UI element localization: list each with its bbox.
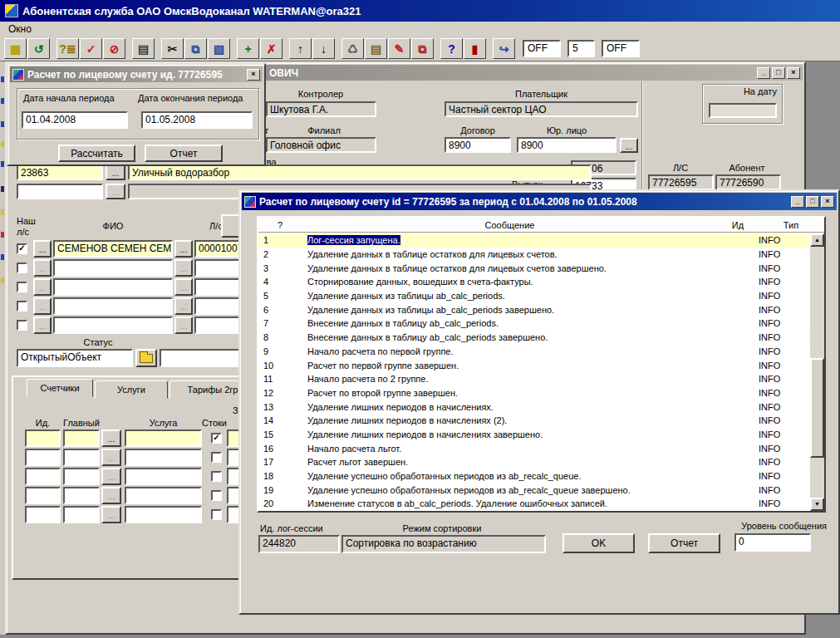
stoki-checkbox[interactable] xyxy=(211,471,222,482)
edit-button[interactable]: ✎ xyxy=(388,38,410,59)
object-id-field[interactable]: 23863 xyxy=(17,164,103,180)
counter-lookup-button[interactable]: ... xyxy=(101,506,121,523)
scroll-thumb[interactable] xyxy=(810,358,824,458)
log-row[interactable]: 15 Удаление лишних периодов в начисления… xyxy=(258,428,810,442)
counter-id-field[interactable] xyxy=(25,506,61,523)
person-lookup-button[interactable]: ... xyxy=(33,317,52,334)
counter-main-field[interactable] xyxy=(63,506,100,523)
stoki-checkbox[interactable] xyxy=(211,452,222,463)
log-row[interactable]: 18 Удаление успешно обработанных периодо… xyxy=(258,469,810,483)
documents-button[interactable]: ⧉ xyxy=(411,38,434,59)
minimize-icon[interactable]: _ xyxy=(791,196,804,208)
counter-service-field[interactable] xyxy=(125,429,202,447)
controller-field[interactable]: Шкутова Г.А. xyxy=(266,101,376,117)
calc-dialog-titlebar[interactable]: Расчет по лицевому счету ид. 77726595 × xyxy=(10,66,263,82)
log-scrollbar[interactable]: ▲ ▼ xyxy=(810,233,824,511)
payer-field[interactable]: Частный сектор ЦАО xyxy=(445,101,638,117)
counter-lookup-button[interactable]: ... xyxy=(101,468,121,485)
counter-service-field[interactable] xyxy=(125,506,202,523)
previous-record-button[interactable]: ↑ xyxy=(289,38,312,59)
our-ls-checkbox[interactable] xyxy=(17,282,27,292)
on-date-field[interactable] xyxy=(709,103,777,118)
exit-button[interactable]: ▮ xyxy=(464,38,486,59)
delete-record-button[interactable]: ✗ xyxy=(260,38,282,59)
log-row[interactable]: 17 Расчет льгот завершен. INFO xyxy=(258,455,810,469)
log-row[interactable]: 20 Изменение статусов в ab_calc_periods.… xyxy=(258,497,810,511)
jur-lookup-button[interactable]: ... xyxy=(620,138,638,153)
enter-query-button[interactable]: ✓ xyxy=(80,38,102,59)
close-icon[interactable]: × xyxy=(787,67,800,79)
log-row[interactable]: 10 Расчет по первой группе завершен. INF… xyxy=(258,358,810,372)
toolbar-field-1[interactable]: OFF xyxy=(523,40,561,57)
fio-field[interactable] xyxy=(53,317,173,334)
log-row[interactable]: 6 Удаление данных из таблицы ab_calc_per… xyxy=(258,302,810,317)
person-lookup-button[interactable]: ... xyxy=(33,240,52,258)
counter-main-field[interactable] xyxy=(63,429,100,447)
log-row[interactable]: 12 Расчет по второй группе завершен. INF… xyxy=(258,386,810,400)
log-row[interactable]: 4 Сторнирование данных, вошедших в счета… xyxy=(258,275,810,289)
log-row[interactable]: 7 Внесение данных в таблицу ab_calc_peri… xyxy=(258,317,810,331)
scroll-down-icon[interactable]: ▼ xyxy=(810,498,824,511)
counter-lookup-button[interactable]: ... xyxy=(101,487,121,504)
counter-lookup-button[interactable]: ... xyxy=(101,429,121,447)
our-ls-checkbox[interactable]: ✓ xyxy=(17,243,27,254)
object-id2-field[interactable] xyxy=(17,184,103,199)
cut-button[interactable]: ✂ xyxy=(161,38,184,59)
scroll-up-icon[interactable]: ▲ xyxy=(810,233,824,247)
log-report-button[interactable]: Отчет xyxy=(648,533,720,553)
period-end-field[interactable]: 01.05.2008 xyxy=(141,111,253,129)
object2-lookup-button[interactable]: ... xyxy=(106,184,125,199)
log-row[interactable]: 8 Внесение данных в таблицу ab_calc_peri… xyxy=(258,331,810,345)
close-icon[interactable]: × xyxy=(821,196,834,208)
object-name-field[interactable]: Уличный водоразбор xyxy=(128,164,592,180)
minimize-icon[interactable]: _ xyxy=(757,67,770,79)
counter-lookup-button[interactable]: ... xyxy=(101,449,121,466)
session-id-field[interactable]: 244820 xyxy=(258,535,340,553)
toolbar-field-2[interactable]: 5 xyxy=(567,40,595,57)
fio-field[interactable]: СЕМЕНОВ СЕМЕН СЕМЕ xyxy=(53,240,173,258)
counter-id-field[interactable] xyxy=(25,487,61,504)
abonent-field[interactable]: 77726590 xyxy=(715,174,781,190)
ls-field[interactable]: 77726595 xyxy=(648,174,714,190)
rollback-button[interactable]: ↺ xyxy=(27,38,50,59)
insert-record-button[interactable]: + xyxy=(237,38,259,59)
jur-field[interactable]: 8900 xyxy=(517,137,616,153)
toolbar-field-3[interactable]: OFF xyxy=(602,40,640,57)
stoki-checkbox[interactable]: ✓ xyxy=(211,433,222,444)
calc-report-button[interactable]: Отчет xyxy=(145,145,223,162)
calculate-button[interactable]: Рассчитать xyxy=(58,145,135,162)
copy-button[interactable]: ⧉ xyxy=(184,38,207,59)
help-button[interactable]: ? xyxy=(440,38,463,59)
log-row[interactable]: 19 Удаление успешно обработанных периодо… xyxy=(258,483,810,497)
stoki-checkbox[interactable] xyxy=(211,490,222,501)
next-record-button[interactable]: ↓ xyxy=(312,38,335,59)
maximize-icon[interactable]: □ xyxy=(772,67,785,79)
close-icon[interactable]: × xyxy=(247,69,260,81)
main-titlebar[interactable]: Абонентская служба ОАО ОмскВодоканал WAT… xyxy=(0,0,840,22)
log-row[interactable]: 2 Удаление данных в таблице остатков для… xyxy=(258,248,810,262)
clear-record-button[interactable]: ♺ xyxy=(341,38,364,59)
counter-id-field[interactable] xyxy=(25,468,61,485)
log-row[interactable]: 14 Удаление лишних периодов в начисления… xyxy=(258,414,810,428)
period-start-field[interactable]: 01.04.2008 xyxy=(22,111,128,129)
person-lookup-button[interactable]: ... xyxy=(33,259,52,277)
person-ls-lookup-button[interactable]: ... xyxy=(174,240,193,258)
counter-service-field[interactable] xyxy=(125,449,202,466)
log-row[interactable]: 1 Лог-сессия запущена. INFO xyxy=(258,233,810,248)
stoki-checkbox[interactable] xyxy=(211,509,222,520)
person-lookup-button[interactable]: ... xyxy=(33,278,52,296)
object-lookup-button[interactable]: ... xyxy=(106,164,125,180)
person-lookup-button[interactable]: ... xyxy=(33,297,52,315)
tab-uslugi[interactable]: Услуги xyxy=(95,380,168,399)
cancel-button[interactable]: ⊘ xyxy=(103,38,125,59)
person-ls-lookup-button[interactable]: ... xyxy=(174,297,193,315)
counter-service-field[interactable] xyxy=(125,468,202,485)
counter-main-field[interactable] xyxy=(63,468,100,485)
log-row[interactable]: 5 Удаление данных из таблицы ab_calc_per… xyxy=(258,289,810,303)
sort-mode-field[interactable]: Сортировка по возрастанию xyxy=(341,535,546,553)
log-dialog-titlebar[interactable]: Расчет по лицевому счету id = 77726595 з… xyxy=(242,193,837,210)
open-folder-button[interactable] xyxy=(135,349,157,367)
person-ls-lookup-button[interactable]: ... xyxy=(174,278,193,296)
log-row[interactable]: 9 Начало расчета по первой группе. INFO xyxy=(258,345,810,359)
status-field[interactable]: ОткрытыйОбъект xyxy=(17,349,133,367)
